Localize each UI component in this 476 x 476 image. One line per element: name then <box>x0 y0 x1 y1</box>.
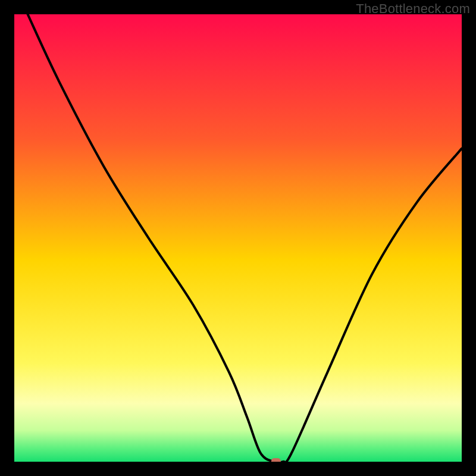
watermark-text: TheBottleneck.com <box>356 1 470 17</box>
minimum-marker <box>271 458 281 462</box>
plot-svg <box>14 14 462 462</box>
plot-area <box>14 14 462 462</box>
chart-frame: TheBottleneck.com <box>0 0 476 476</box>
